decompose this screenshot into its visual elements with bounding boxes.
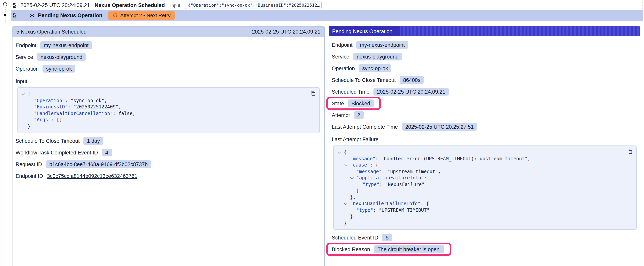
input-json-viewer: {"Operation": "sync-op-ok","BusinessID":… (17, 87, 320, 133)
field-row-operation: Operationsync-op-ok (332, 64, 636, 73)
chevron-down-icon[interactable] (344, 162, 350, 168)
event-id-link[interactable]: 5 (13, 2, 16, 8)
field-row-state: StateBlocked (332, 99, 636, 108)
field-row-workflow-task-completed-event-id: Workflow Task Completed Event ID4 (16, 148, 320, 157)
code-line: { (338, 149, 632, 155)
input-label: Input (170, 3, 180, 8)
field-row-schedule-to-close-timeout: Schedule To Close Timeout1 day (16, 136, 320, 145)
field-value-badge: Blocked (348, 99, 374, 107)
scheduled-event-panel: 5 Nexus Operation Scheduled 2025-02-25 U… (12, 26, 325, 266)
field-value-badge: 86400s (400, 76, 424, 84)
code-line: "Operation": "sync-op-ok", (22, 97, 315, 104)
event-detail-panels: 5 Nexus Operation Scheduled 2025-02-25 U… (12, 26, 644, 265)
chevron-down-icon[interactable] (22, 91, 28, 97)
field-label: Attempt (332, 112, 350, 118)
field-value-badge: my-nexus-endpoint (356, 41, 408, 49)
timeline-dot-icon (4, 14, 6, 16)
input-preview-chip[interactable]: {"Operation":"sync-op-ok","BusinessID":"… (185, 2, 322, 9)
event-timestamp: 2025-02-25 UTC 20:24:09.21 (20, 2, 90, 8)
code-line: } (338, 188, 632, 194)
code-line: "type": "NexusFailure" (338, 181, 632, 188)
code-line: }, (338, 194, 632, 200)
field-label: Endpoint (332, 42, 352, 48)
field-value-badge: 4 (102, 149, 112, 156)
field-value-badge: 5 (382, 234, 392, 241)
field-label: State (332, 100, 344, 106)
nexus-event-history-screen: 5 2025-02-25 UTC 20:24:09.21 Nexus Opera… (0, 0, 644, 266)
field-row-service: Servicenexus-playground (16, 52, 320, 62)
code-line: "applicationFailureInfo": { (338, 175, 632, 181)
chevron-down-icon[interactable] (338, 149, 344, 155)
field-value-badge: nexus-playground (37, 53, 86, 61)
field-label: Operation (332, 65, 355, 71)
pending-fields-top: Endpointmy-nexus-endpointServicenexus-pl… (332, 40, 636, 131)
code-line: "nexusHandlerFailureInfo": { (338, 200, 632, 207)
failure-section-label: Last Attempt Failure (332, 135, 636, 143)
json-lines: {"message": "handler error (UPSTREAM_TIM… (338, 149, 632, 226)
copy-icon[interactable] (310, 91, 316, 96)
chevron-down-icon[interactable] (344, 200, 350, 207)
panel-title: Pending Nexus Operation (329, 26, 400, 36)
code-line: "message": "handler error (UPSTREAM_TIME… (338, 155, 632, 162)
field-label: Endpoint ID (16, 173, 43, 179)
retry-icon (112, 13, 118, 18)
field-value-badge: sync-op-ok (359, 64, 392, 72)
field-label: Endpoint (16, 42, 36, 48)
field-value-badge: 2 (354, 111, 364, 119)
scheduled-fields-bottom: Schedule To Close Timeout1 dayWorkflow T… (16, 136, 320, 181)
event-id-link[interactable]: 5 (13, 13, 16, 18)
field-value-badge: sync-op-ok (43, 65, 76, 73)
field-row-request-id: Request IDb1c6a4bc-8ee7-468a-9169-df3b02… (16, 159, 320, 169)
field-label: Schedule To Close Timeout (332, 77, 396, 83)
code-line: "cause": { (338, 162, 632, 168)
pending-panel-header: Pending Nexus Operation (329, 26, 640, 36)
retry-badge-label: Attempt 2 • Next Retry (120, 13, 170, 18)
field-value-badge: 2025-02-25 UTC 20:25:27.51 (402, 123, 477, 131)
code-line: "type": "UPSTREAM_TIMEOUT" (338, 207, 632, 213)
code-line: } (22, 123, 315, 129)
field-label: Workflow Task Completed Event ID (16, 150, 98, 155)
field-label: Request ID (16, 161, 42, 167)
pending-fields-bottom: Scheduled Event ID5Blocked ReasonThe cir… (332, 233, 636, 254)
input-section-label: Input (16, 77, 320, 85)
field-value-link[interactable]: 3c0c75ccfa8144b092c13ce632463761 (47, 173, 138, 179)
panel-title: 5 Nexus Operation Scheduled (16, 29, 86, 35)
scheduled-fields-top: Endpointmy-nexus-endpointServicenexus-pl… (16, 41, 320, 73)
field-label: Blocked Reason (332, 246, 370, 252)
code-line: { (22, 91, 315, 97)
panel-timestamp: 2025-02-25 UTC 20:24:09.21 (252, 29, 320, 35)
field-label: Service (16, 54, 33, 60)
timeline-connector (5, 18, 6, 22)
field-row-blocked-reason: Blocked ReasonThe circuit breaker is ope… (332, 244, 636, 254)
field-row-endpoint: Endpointmy-nexus-endpoint (332, 40, 636, 50)
code-line: "HandlerWaitForCancellation": false, (22, 110, 315, 117)
field-label: Last Attempt Complete Time (332, 124, 398, 130)
field-row-attempt: Attempt2 (332, 110, 636, 120)
timeline-connector (5, 8, 6, 12)
field-row-scheduled-event-id: Scheduled Event ID5 (332, 233, 636, 242)
field-label: Scheduled Event ID (332, 235, 378, 240)
failure-json-viewer: {"message": "handler error (UPSTREAM_TIM… (333, 145, 636, 230)
field-row-operation: Operationsync-op-ok (16, 64, 320, 73)
copy-icon[interactable] (627, 149, 633, 154)
field-label: Scheduled Time (332, 89, 370, 95)
field-label: Schedule To Close Timeout (16, 138, 80, 144)
nexus-asterisk-icon (29, 13, 34, 18)
scheduled-panel-header: 5 Nexus Operation Scheduled 2025-02-25 U… (12, 27, 324, 37)
event-row-pending-nexus-operation[interactable]: 5 Pending Nexus Operation Attempt 2 • Ne… (11, 10, 643, 21)
chevron-down-icon[interactable] (351, 175, 356, 181)
timeline-event-circle-icon (3, 2, 7, 6)
field-row-service: Servicenexus-playground (332, 52, 636, 61)
field-row-last-attempt-complete-time: Last Attempt Complete Time2025-02-25 UTC… (332, 122, 636, 131)
field-value-badge: 2025-02-25 UTC 20:24:09.21 (374, 88, 449, 96)
field-value-badge: nexus-playground (353, 53, 402, 61)
pending-operation-panel: Pending Nexus Operation Endpointmy-nexus… (329, 26, 640, 259)
json-lines: {"Operation": "sync-op-ok","BusinessID":… (22, 91, 315, 129)
code-line: } (338, 213, 632, 220)
field-label: Service (332, 54, 349, 60)
event-row-nexus-operation-scheduled[interactable]: 5 2025-02-25 UTC 20:24:09.21 Nexus Opera… (12, 1, 640, 10)
event-title: Nexus Operation Scheduled (94, 2, 165, 8)
field-label: Operation (16, 66, 39, 72)
code-line: "Args": [] (22, 117, 315, 123)
field-row-schedule-to-close-timeout: Schedule To Close Timeout86400s (332, 75, 636, 85)
